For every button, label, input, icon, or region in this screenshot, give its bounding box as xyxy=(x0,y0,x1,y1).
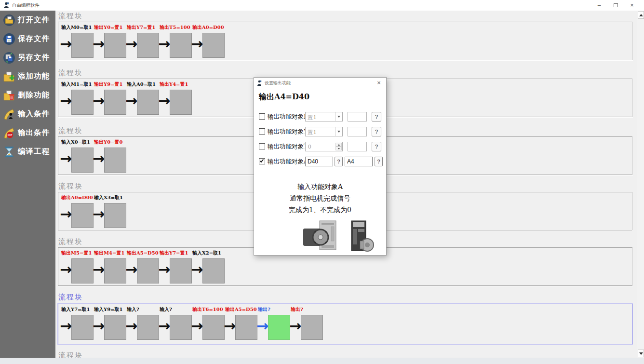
flow-block: 输入X2=取1 → xyxy=(192,248,225,285)
m-help-button[interactable]: ? xyxy=(372,112,381,121)
flow-step[interactable] xyxy=(137,33,159,58)
flow-step[interactable] xyxy=(137,258,159,283)
flow-group-6-selected[interactable]: 输入Y7=取1 → 输入Y9=取1 → 输入? → 输入? → 输出T6=100 xyxy=(58,304,632,344)
flow-step[interactable] xyxy=(170,90,192,115)
dialog-description-line: 输入功能对象A xyxy=(254,183,386,191)
arrow-icon: → xyxy=(60,319,72,333)
arrow-icon: → xyxy=(93,94,105,108)
dialog-heading: 输出A4=D40 xyxy=(259,92,309,102)
dialog-close-button[interactable]: × xyxy=(375,79,383,87)
flow-block: 输出Y4=置1 → xyxy=(159,79,192,117)
flow-step[interactable] xyxy=(71,315,94,340)
vertical-scrollbar[interactable] xyxy=(637,11,644,358)
flow-step[interactable] xyxy=(202,258,225,283)
flow-block: 输入A0=取1 → xyxy=(126,79,159,117)
arrow-icon: → xyxy=(256,319,268,333)
flow-step[interactable] xyxy=(104,148,126,173)
block-label: 输入? xyxy=(160,306,172,313)
checkbox-t[interactable] xyxy=(259,143,265,149)
delete-function-icon xyxy=(3,89,15,102)
flow-step[interactable] xyxy=(71,258,94,283)
flow-step[interactable] xyxy=(104,90,126,115)
flow-block: 输出Y9=置1 → xyxy=(94,79,126,117)
flow-step[interactable] xyxy=(104,33,126,58)
flow-step[interactable] xyxy=(137,315,159,340)
flow-step-selected[interactable] xyxy=(268,315,290,340)
a-axis-field[interactable] xyxy=(345,157,373,166)
flow-block: 输入M1=取1 → xyxy=(61,79,94,117)
close-icon: × xyxy=(630,2,633,9)
sidebar-item-compile[interactable]: 编译工程 xyxy=(0,142,55,161)
flow-group-1[interactable]: 输入M0=取1 → 输出Y0=置1 → 输出Y7=置1 → 输出T5=100 →… xyxy=(58,22,632,60)
scroll-up-icon xyxy=(639,14,643,16)
m-mode-dropdown[interactable]: 置1 xyxy=(305,112,343,121)
flow-step[interactable] xyxy=(170,315,192,340)
sidebar-item-input-condition[interactable]: 输入条件 xyxy=(0,105,55,123)
flow-step[interactable] xyxy=(202,33,225,58)
flow-step[interactable] xyxy=(71,203,94,228)
flow-step[interactable] xyxy=(104,315,126,340)
checkbox-y[interactable] xyxy=(259,128,265,135)
flow-step[interactable] xyxy=(71,148,94,173)
flow-block: 输入? → xyxy=(159,304,192,344)
a-target-help-button[interactable]: ? xyxy=(335,157,343,166)
t-help-button[interactable]: ? xyxy=(372,142,381,151)
sidebar-item-add-function[interactable]: 添加功能 xyxy=(0,67,55,86)
m-number-field[interactable] xyxy=(348,112,367,121)
flow-step[interactable] xyxy=(170,258,192,283)
block-label: 输出Y0=置0 xyxy=(94,139,122,146)
chevron-down-icon xyxy=(335,127,342,136)
scroll-down-button[interactable] xyxy=(638,350,644,357)
spinner-up-button[interactable] xyxy=(335,143,342,147)
bottom-strip xyxy=(0,358,644,364)
checkbox-a-checked[interactable] xyxy=(259,158,265,164)
flow-step[interactable] xyxy=(104,258,126,283)
flow-group-header: 流程块 xyxy=(58,12,83,21)
flow-block: 输出T6=100 → xyxy=(192,304,225,344)
y-number-field[interactable] xyxy=(348,127,367,136)
flow-step[interactable] xyxy=(137,90,159,115)
flow-block: 输出A0=D00 → xyxy=(61,192,94,230)
sidebar-item-save-as[interactable]: 另存文件 xyxy=(0,48,55,67)
t-value-spinner[interactable]: 0 xyxy=(305,142,343,151)
flow-step[interactable] xyxy=(202,315,225,340)
checkbox-m[interactable] xyxy=(259,113,265,120)
sidebar-item-delete-function[interactable]: 删除功能 xyxy=(0,86,55,105)
close-icon: × xyxy=(377,79,381,86)
scroll-up-button[interactable] xyxy=(638,11,644,19)
arrow-icon: → xyxy=(125,319,137,333)
minimize-button[interactable]: – xyxy=(591,0,607,11)
sidebar-item-output-condition[interactable]: OUT 输出条件 xyxy=(0,123,55,142)
block-label: 输出T5=100 xyxy=(160,24,190,31)
flow-step[interactable] xyxy=(235,315,257,340)
maximize-button[interactable] xyxy=(607,0,624,11)
a-target-field[interactable] xyxy=(305,157,333,166)
open-file-icon xyxy=(3,14,15,27)
sidebar-item-open-file[interactable]: 打开文件 xyxy=(0,11,55,29)
compile-icon xyxy=(3,146,15,158)
flow-step[interactable] xyxy=(170,33,192,58)
arrow-icon: → xyxy=(60,151,72,166)
y-mode-dropdown[interactable]: 置1 xyxy=(305,127,343,136)
close-button[interactable]: × xyxy=(624,0,640,11)
flow-block: 输出Y7=置1 → xyxy=(126,22,159,60)
block-label: 输出Y9=置1 xyxy=(94,81,122,88)
sidebar-item-save-file[interactable]: 保存文件 xyxy=(0,29,55,48)
flow-step[interactable] xyxy=(301,315,323,340)
y-help-button[interactable]: ? xyxy=(372,127,381,136)
t-number-field[interactable] xyxy=(348,142,367,151)
spinner-buttons xyxy=(335,143,342,150)
spinner-down-button[interactable] xyxy=(335,147,342,150)
output-object-a-label: 输出功能对象A xyxy=(268,158,308,166)
window-titlebar: 自由编程软件 – × xyxy=(0,0,644,11)
chevron-down-icon xyxy=(335,112,342,121)
flow-step[interactable] xyxy=(71,33,94,58)
flow-step[interactable] xyxy=(71,90,94,115)
dialog-title: 设置输出功能 xyxy=(265,80,291,86)
arrow-icon: → xyxy=(60,207,72,221)
flow-block: 输出T5=100 → xyxy=(159,22,192,60)
sidebar-item-label: 编译工程 xyxy=(18,147,50,157)
a-axis-help-button[interactable]: ? xyxy=(375,157,383,166)
flow-step[interactable] xyxy=(104,203,126,228)
block-label: 输入Y7=取1 xyxy=(61,306,90,313)
